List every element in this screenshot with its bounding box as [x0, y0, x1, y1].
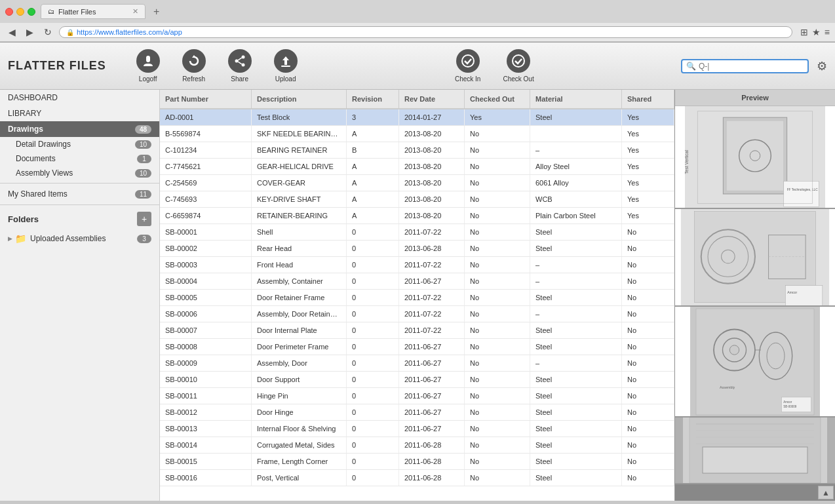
table-row[interactable]: SB-00015Frame, Length Corner02011-06-28N… — [160, 454, 674, 470]
table-row[interactable]: SB-00012Door Hinge02011-06-27NoSteelNo — [160, 404, 674, 421]
table-cell: Steel — [530, 290, 622, 305]
table-cell: Steel — [530, 109, 622, 125]
svg-text:Amcor: Amcor — [783, 400, 792, 404]
table-cell: AD-0001 — [160, 109, 252, 125]
table-row[interactable]: AD-0001Test Block32014-01-27YesSteelYes — [160, 109, 674, 126]
table-cell: 2011-06-28 — [399, 437, 465, 453]
table-row[interactable]: SB-00003Front Head02011-07-22No–No — [160, 257, 674, 273]
table-cell: 2013-08-20 — [399, 175, 465, 191]
table-cell: No — [465, 404, 530, 420]
maximize-window-button[interactable] — [28, 8, 35, 16]
back-button[interactable]: ◀ — [5, 26, 19, 39]
checkin-label: Check In — [455, 75, 480, 83]
table-cell: No — [465, 126, 530, 142]
sidebar-item-my-shared[interactable]: My Shared Items 11 — [0, 186, 159, 202]
col-revision: Revision — [347, 90, 399, 108]
table-cell: RETAINER-BEARING — [252, 208, 347, 223]
bookmark-list-button[interactable]: ⊞ — [800, 27, 808, 37]
table-row[interactable]: C-254569COVER-GEARA2013-08-20No6061 Allo… — [160, 175, 674, 191]
folder-item-uploaded-assemblies[interactable]: ▶ 📁 Uploaded Assemblies 3 — [0, 230, 159, 247]
table-cell: Yes — [622, 191, 674, 207]
table-cell: No — [622, 470, 674, 486]
tab-close-button[interactable]: ✕ — [132, 7, 138, 16]
sidebar-item-dashboard[interactable]: DASHBOARD — [0, 90, 159, 106]
refresh-button[interactable]: Refresh — [172, 47, 216, 85]
table-cell: Steel — [530, 404, 622, 420]
table-row[interactable]: C-7745621GEAR-HELICAL DRIVEA2013-08-20No… — [160, 159, 674, 175]
new-tab-button[interactable]: + — [153, 6, 159, 18]
logoff-icon — [136, 49, 160, 73]
sidebar-item-library[interactable]: LIBRARY — [0, 106, 159, 121]
sidebar-item-assembly-views[interactable]: Assembly Views 10 — [0, 166, 159, 180]
table-cell: 0 — [347, 241, 399, 256]
table-cell: – — [530, 142, 622, 158]
table-row[interactable]: SB-00002Rear Head02013-06-28NoSteelNo — [160, 241, 674, 257]
table-cell: SB-00015 — [160, 454, 252, 469]
drawings-count: 48 — [135, 125, 151, 134]
table-row[interactable]: B-5569874SKF NEEDLE BEARING ...A2013-08-… — [160, 126, 674, 142]
browser-tab[interactable]: 🗂 Flatter Files ✕ — [41, 4, 146, 19]
table-cell: No — [465, 470, 530, 486]
sidebar-item-detail-drawings[interactable]: Detail Drawings 10 — [0, 137, 159, 151]
table-cell: No — [622, 355, 674, 371]
table-row[interactable]: C-101234BEARING RETAINERB2013-08-20No–Ye… — [160, 142, 674, 159]
close-window-button[interactable] — [5, 8, 13, 16]
table-cell: 2011-07-22 — [399, 322, 465, 338]
table-row[interactable]: SB-00009Assembly, Door02011-06-27No–No — [160, 355, 674, 372]
table-row[interactable]: SB-00006Assembly, Door Retainer...02011-… — [160, 306, 674, 322]
table-body: AD-0001Test Block32014-01-27YesSteelYesB… — [160, 109, 674, 501]
app-brand: FLATTER FILES — [8, 59, 106, 73]
table-row[interactable]: SB-00007Door Internal Plate02011-07-22No… — [160, 322, 674, 339]
forward-button[interactable]: ▶ — [23, 26, 37, 39]
col-rev-date: Rev Date — [399, 90, 465, 108]
table-cell: 0 — [347, 339, 399, 355]
scroll-to-top-button[interactable]: ▲ — [818, 486, 834, 499]
address-bar[interactable]: 🔒 https://www.flatterfiles.com/a/app — [59, 26, 792, 38]
table-row[interactable]: SB-00008Door Perimeter Frame02011-06-27N… — [160, 339, 674, 355]
table-row[interactable]: SB-00016Post, Vertical02011-06-28NoSteel… — [160, 470, 674, 486]
url-text: https://www.flatterfiles.com/a/app — [77, 28, 182, 36]
sidebar-item-drawings[interactable]: Drawings 48 — [0, 121, 159, 137]
add-folder-button[interactable]: + — [137, 212, 151, 226]
upload-button[interactable]: Upload — [263, 47, 308, 85]
svg-marker-7 — [282, 56, 289, 65]
reload-button[interactable]: ↻ — [41, 26, 55, 39]
checkin-button[interactable]: Check In — [444, 47, 491, 85]
checkout-button[interactable]: Check Out — [492, 47, 544, 85]
table-row[interactable]: SB-00014Corrugated Metal, Sides02011-06-… — [160, 437, 674, 454]
table-row[interactable]: SB-00013Internal Floor & Shelving02011-0… — [160, 421, 674, 437]
sidebar-item-documents[interactable]: Documents 1 — [0, 151, 159, 166]
folder-item-left: ▶ 📁 Uploaded Assemblies — [8, 233, 106, 244]
refresh-label: Refresh — [182, 75, 205, 83]
table-cell: Yes — [622, 142, 674, 158]
table-cell: Hinge Pin — [252, 388, 347, 404]
table-cell: No — [622, 454, 674, 469]
table-cell: Post, Vertical — [252, 470, 347, 486]
table-cell: Yes — [465, 109, 530, 125]
browser-addressbar: ◀ ▶ ↻ 🔒 https://www.flatterfiles.com/a/a… — [0, 23, 835, 42]
table-row[interactable]: C-745693KEY-DRIVE SHAFTA2013-08-20NoWCBY… — [160, 191, 674, 208]
table-cell: Rear Head — [252, 241, 347, 256]
table-row[interactable]: C-6659874RETAINER-BEARINGA2013-08-20NoPl… — [160, 208, 674, 224]
table-row[interactable]: SB-00005Door Retainer Frame02011-07-22No… — [160, 290, 674, 306]
table-row[interactable]: SB-00004Assembly, Container02011-06-27No… — [160, 273, 674, 290]
svg-rect-8 — [281, 66, 290, 67]
table-row[interactable]: SB-00011Hinge Pin02011-06-27NoSteelNo — [160, 388, 674, 404]
share-button[interactable]: Share — [218, 47, 262, 85]
minimize-window-button[interactable] — [16, 8, 24, 16]
search-input[interactable] — [699, 62, 804, 71]
table-cell: SB-00005 — [160, 290, 252, 305]
table-cell: KEY-DRIVE SHAFT — [252, 191, 347, 207]
logoff-button[interactable]: Logoff — [126, 47, 170, 85]
browser-menu-button[interactable]: ≡ — [825, 27, 830, 37]
table-cell: C-745693 — [160, 191, 252, 207]
settings-button[interactable]: ⚙ — [817, 59, 827, 73]
table-cell: SB-00003 — [160, 257, 252, 273]
bookmark-star-button[interactable]: ★ — [812, 27, 821, 37]
table-row[interactable]: SB-00001Shell02011-07-22NoSteelNo — [160, 224, 674, 241]
checkin-icon — [456, 49, 480, 73]
table-cell: SB-00010 — [160, 372, 252, 387]
table-row[interactable]: SB-00010Door Support02011-06-27NoSteelNo — [160, 372, 674, 388]
preview-item-1: Test Vertical FF Technologies, LLC — [675, 106, 835, 209]
table-cell: Front Head — [252, 257, 347, 273]
